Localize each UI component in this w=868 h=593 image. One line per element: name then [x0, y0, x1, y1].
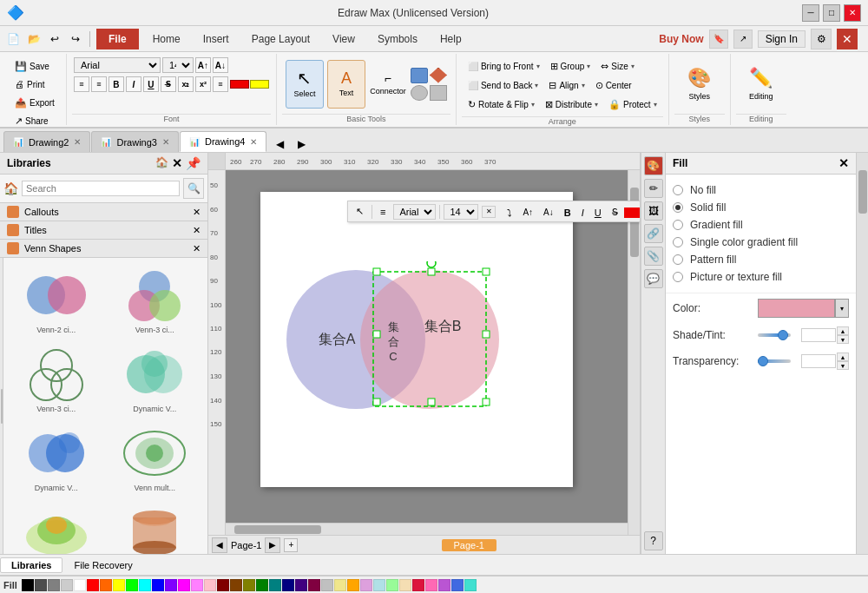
align-arrow[interactable]: ▾	[582, 82, 585, 89]
tab-arrow-right[interactable]: ▶	[293, 136, 311, 152]
library-pin-icon[interactable]: 📌	[186, 156, 201, 170]
text-tool-button[interactable]: A Text	[327, 60, 365, 109]
solid-fill-option[interactable]: Solid fill	[673, 199, 849, 216]
color-swatch[interactable]	[282, 579, 294, 591]
venn3a-shape-item[interactable]: Venn-3 ci...	[108, 263, 203, 339]
connector-tool-button[interactable]: ⌐ Connector	[369, 60, 407, 109]
color-swatch[interactable]	[269, 579, 281, 591]
drawing2-tab[interactable]: 📊 Drawing2 ✕	[3, 131, 90, 152]
list-btn[interactable]: ≡	[213, 76, 228, 92]
color-swatch[interactable]	[373, 579, 385, 591]
format-icon[interactable]: 🖼	[644, 201, 663, 221]
color-swatch[interactable]	[425, 579, 437, 591]
minimize-button[interactable]: ─	[802, 4, 819, 22]
canvas-scroll-area[interactable]: ↖ ≡ Arial 14 ✕	[226, 170, 640, 535]
share-button[interactable]: 🔖	[709, 30, 728, 49]
close-button[interactable]: ✕	[844, 4, 861, 22]
new-button[interactable]: 📄	[3, 30, 23, 49]
center-button[interactable]: ⊙ Center	[591, 76, 636, 94]
transparency-slider[interactable]	[758, 359, 791, 363]
italic-btn[interactable]: I	[126, 76, 141, 92]
tt-arrow[interactable]: ↖	[352, 204, 368, 219]
callouts-section[interactable]: Callouts ✕	[0, 203, 207, 221]
color-swatch[interactable]	[321, 579, 333, 591]
add-page-btn[interactable]: +	[284, 538, 298, 552]
view-menu-item[interactable]: View	[322, 27, 365, 51]
share-ribbon-button[interactable]: ↗ Share	[10, 112, 53, 129]
no-fill-option[interactable]: No fill	[673, 181, 849, 199]
open-button[interactable]: 📂	[24, 30, 43, 49]
pattern-fill-option[interactable]: Pattern fill	[673, 251, 849, 268]
drawing3-tab[interactable]: 📊 Drawing3 ✕	[91, 131, 178, 152]
drawing4-tab[interactable]: 📊 Drawing4 ✕	[180, 131, 266, 152]
font-color-btn[interactable]	[230, 80, 249, 89]
tt-strikethrough[interactable]: S̶	[608, 205, 622, 220]
shade-thumb[interactable]	[778, 330, 788, 340]
bring-front-arrow[interactable]: ▾	[536, 63, 540, 70]
color-swatch[interactable]	[295, 579, 307, 591]
color-swatch[interactable]	[22, 579, 34, 591]
tt-underline[interactable]: U	[590, 206, 606, 220]
library-home-icon[interactable]: 🏠	[155, 156, 168, 170]
diamond-shape-btn[interactable]	[430, 68, 447, 83]
picture-fill-option[interactable]: Picture or texture fill	[673, 268, 849, 286]
color-swatch[interactable]	[178, 579, 190, 591]
highlight-btn[interactable]	[250, 80, 269, 89]
single-color-radio[interactable]	[673, 237, 683, 247]
horizontal-scrollbar[interactable]	[226, 523, 628, 535]
shade-up[interactable]: ▲	[837, 326, 849, 335]
venn-multi-shape-item[interactable]: Venn mult...	[108, 421, 203, 497]
color-swatch[interactable]	[412, 579, 424, 591]
protect-arrow[interactable]: ▾	[654, 101, 657, 109]
cylinder-shape-item[interactable]: Cylinder ...	[108, 500, 203, 554]
color-swatch[interactable]	[74, 579, 86, 591]
pencil-icon[interactable]: ✏	[644, 179, 663, 198]
no-fill-radio[interactable]	[673, 185, 683, 195]
tab-arrow-left[interactable]: ◀	[271, 136, 289, 152]
color-swatch[interactable]	[334, 579, 346, 591]
drawing3-close[interactable]: ✕	[162, 137, 169, 147]
file-recovery-tab[interactable]: File Recovery	[62, 557, 143, 573]
share2-button[interactable]: ↗	[733, 30, 753, 49]
app-close-button[interactable]: ✕	[837, 29, 858, 49]
color-swatch[interactable]	[451, 579, 464, 591]
search-input[interactable]	[22, 181, 180, 196]
venn2-shape-item[interactable]: Venn-2 ci...	[9, 263, 104, 339]
tt-color[interactable]	[624, 208, 640, 218]
color-swatch[interactable]	[126, 579, 138, 591]
bold-btn[interactable]: B	[108, 76, 124, 92]
distribute-button[interactable]: ⊠ Distribute ▾	[541, 96, 602, 113]
link-icon[interactable]: 🔗	[644, 224, 663, 243]
protect-button[interactable]: 🔒 Protect ▾	[604, 96, 661, 113]
hscroll-thumb[interactable]	[234, 525, 321, 534]
venn3b-shape-item[interactable]: Venn-3 ci...	[9, 342, 104, 418]
picture-fill-radio[interactable]	[673, 272, 683, 282]
rect-shape-btn[interactable]	[411, 68, 428, 83]
active-page-tab[interactable]: Page-1	[442, 539, 496, 551]
undo-button[interactable]: ↩	[45, 30, 64, 49]
page-layout-menu-item[interactable]: Page Layout	[241, 27, 320, 51]
color-swatch[interactable]	[438, 579, 450, 591]
subscript-btn[interactable]: x₂	[178, 76, 194, 92]
size-button[interactable]: ⇔ Size ▾	[596, 57, 638, 75]
font-size-increase[interactable]: A↑	[195, 57, 211, 73]
tt-italic[interactable]: I	[577, 206, 589, 220]
tt-bold[interactable]: B	[560, 206, 575, 220]
shade-input[interactable]: 0 %	[801, 328, 836, 342]
tt-indent[interactable]: ⤵	[503, 206, 516, 220]
gradient-fill-option[interactable]: Gradient fill	[673, 216, 849, 234]
venn-close[interactable]: ✕	[193, 243, 201, 254]
color-swatch[interactable]	[48, 579, 60, 591]
color-swatch[interactable]	[139, 579, 151, 591]
select-tool-button[interactable]: ↖ Select	[286, 60, 324, 109]
fill-close-icon[interactable]: ✕	[838, 156, 849, 170]
distribute-arrow[interactable]: ▾	[595, 101, 598, 109]
color-swatch[interactable]	[399, 579, 411, 591]
tt-font-size-dn[interactable]: A↓	[539, 206, 558, 219]
tt-size-select[interactable]: 14	[444, 204, 478, 220]
settings-button[interactable]: ⚙	[811, 29, 832, 49]
pattern-fill-radio[interactable]	[673, 254, 683, 265]
titles-section[interactable]: Titles ✕	[0, 221, 207, 240]
color-swatch[interactable]	[464, 579, 477, 591]
font-size-decrease[interactable]: A↓	[213, 57, 228, 73]
